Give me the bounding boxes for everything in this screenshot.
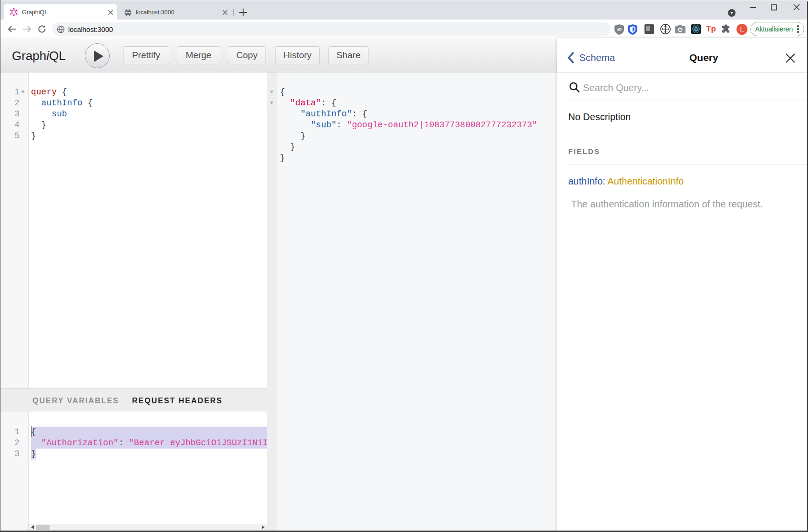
svg-text:uD: uD xyxy=(617,27,622,31)
